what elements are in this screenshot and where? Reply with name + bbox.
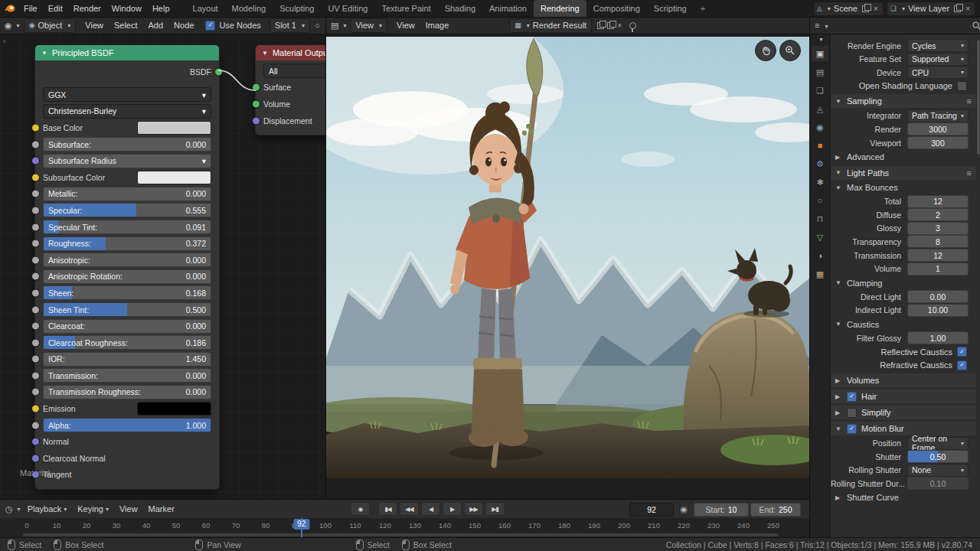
image-menu-view[interactable]: View bbox=[391, 17, 420, 34]
node-slider-roughness[interactable]: Roughness:0.372 bbox=[43, 236, 211, 251]
view-layer-selector[interactable]: ❏ ▾ View Layer × bbox=[887, 2, 975, 16]
shader-mode-dropdown[interactable]: ◉ Object ▾ bbox=[24, 18, 77, 33]
value-socket[interactable] bbox=[31, 421, 40, 429]
subpanel-header-caustics[interactable]: ▼Caustics bbox=[835, 318, 976, 331]
timeline-editor-type-icon[interactable]: ◷ bbox=[5, 504, 13, 514]
panel-arrow-icon[interactable]: ▼ bbox=[835, 184, 842, 191]
node-slider-clearcoat-roughness[interactable]: Clearcoat Roughness:0.186 bbox=[43, 335, 211, 350]
node-slider-subsurface[interactable]: Subsurface:0.000 bbox=[43, 137, 211, 152]
value-socket[interactable] bbox=[31, 206, 40, 214]
panel-arrow-icon[interactable]: ▶ bbox=[835, 409, 842, 416]
checkbox[interactable]: ✓ bbox=[847, 392, 857, 402]
properties-editor-type-icon[interactable]: ≡ bbox=[815, 21, 819, 30]
collapse-triangle-icon[interactable]: ▼ bbox=[41, 50, 47, 57]
open-image-button[interactable] bbox=[607, 22, 614, 29]
panel-arrow-icon[interactable]: ▶ bbox=[835, 154, 842, 161]
value-socket[interactable] bbox=[31, 256, 40, 264]
value-socket[interactable] bbox=[31, 305, 40, 314]
color-socket[interactable] bbox=[31, 405, 40, 413]
principled-node-header[interactable]: ▼ Principled BSDF bbox=[35, 45, 219, 60]
target-dropdown[interactable]: All bbox=[263, 64, 325, 78]
prop-field-volume[interactable]: 1 bbox=[907, 262, 969, 276]
prop-field-filter-glossy[interactable]: 1.00 bbox=[907, 331, 969, 344]
prop-field-diffuse[interactable]: 2 bbox=[907, 208, 969, 221]
region-toggle-icon[interactable]: ‹ bbox=[3, 37, 5, 45]
unlink-image-button[interactable]: × bbox=[616, 21, 623, 30]
next-keyframe-button[interactable]: ▶▶ bbox=[464, 502, 483, 516]
subpanel-header-advanced[interactable]: ▶Advanced bbox=[835, 151, 976, 164]
play-button[interactable]: ▶ bbox=[443, 502, 462, 516]
value-socket[interactable] bbox=[31, 272, 40, 281]
particles-tab[interactable]: ✱ bbox=[812, 174, 828, 190]
frame-start-field[interactable]: Start: 10 bbox=[694, 503, 749, 517]
prop-field-transparency[interactable]: 8 bbox=[907, 235, 969, 248]
workspace-tab-rendering[interactable]: Rendering bbox=[534, 0, 586, 17]
object-data-tab[interactable]: ▽ bbox=[812, 230, 828, 245]
vector-socket[interactable] bbox=[31, 157, 40, 165]
subpanel-header-clamping[interactable]: ▼Clamping bbox=[835, 276, 976, 289]
prop-field-direct-light[interactable]: 0.00 bbox=[907, 290, 969, 303]
view-layer-tab[interactable]: ❏ bbox=[812, 83, 828, 98]
material-output-header[interactable]: ▼ Material Output bbox=[256, 45, 325, 60]
color-socket[interactable] bbox=[31, 123, 40, 132]
scene-tab[interactable]: ◬ bbox=[812, 101, 828, 116]
use-nodes-toggle[interactable]: ✓ Use Nodes bbox=[205, 21, 260, 31]
menu-render[interactable]: Render bbox=[68, 0, 106, 17]
new-scene-button[interactable] bbox=[862, 5, 869, 12]
node-slider-anisotropic-rotation[interactable]: Anisotropic Rotation:0.000 bbox=[43, 269, 211, 284]
preset-menu-icon[interactable]: ≡ bbox=[967, 168, 972, 178]
new-view-layer-button[interactable] bbox=[954, 5, 961, 12]
subpanel-header-max-bounces[interactable]: ▼Max Bounces bbox=[835, 181, 976, 194]
constraints-tab[interactable]: ⊓ bbox=[812, 211, 828, 227]
subpanel-header-shutter-curve[interactable]: ▶Shutter Curve bbox=[835, 491, 976, 504]
scrollbar[interactable] bbox=[977, 40, 980, 155]
prop-field-render[interactable]: 3000 bbox=[907, 122, 969, 135]
prop-field-viewport[interactable]: 300 bbox=[907, 136, 969, 149]
panel-arrow-icon[interactable]: ▶ bbox=[835, 393, 842, 400]
physics-tab[interactable]: ○ bbox=[812, 193, 828, 208]
jump-start-button[interactable]: ▮◀ bbox=[378, 502, 397, 516]
shader-menu-select[interactable]: Select bbox=[109, 17, 143, 34]
workspace-tab-layout[interactable]: Layout bbox=[186, 0, 225, 17]
vector-socket[interactable] bbox=[31, 471, 40, 479]
render-tab[interactable]: ▣ bbox=[812, 46, 828, 61]
node-slider-clearcoat[interactable]: Clearcoat:0.000 bbox=[43, 319, 211, 334]
panel-arrow-icon[interactable]: ▼ bbox=[835, 321, 842, 328]
panel-arrow-icon[interactable]: ▼ bbox=[835, 425, 842, 432]
subsurface-method-dropdown[interactable]: Christensen-Burley ▾ bbox=[43, 104, 211, 119]
timeline-scrollbar[interactable] bbox=[23, 533, 779, 536]
modifiers-tab[interactable]: ⚙ bbox=[812, 156, 828, 171]
checkbox[interactable] bbox=[957, 81, 967, 91]
value-socket[interactable] bbox=[31, 190, 40, 198]
image-editor[interactable] bbox=[325, 34, 810, 499]
timeline-menu-keying[interactable]: Keying▾ bbox=[72, 500, 114, 518]
node-slider-metallic[interactable]: Metallic:0.000 bbox=[43, 187, 211, 201]
current-frame-field[interactable]: 92 bbox=[629, 503, 674, 517]
image-mode-dropdown[interactable]: View ▾ bbox=[350, 18, 387, 33]
workspace-tab-shading[interactable]: Shading bbox=[438, 0, 482, 17]
value-socket[interactable] bbox=[31, 355, 40, 364]
node-slider-specular[interactable]: Specular:0.555 bbox=[43, 203, 211, 217]
value-socket[interactable] bbox=[31, 240, 40, 248]
workspace-tab-sculpting[interactable]: Sculpting bbox=[273, 0, 321, 17]
prop-dropdown-render-engine[interactable]: Cycles▾ bbox=[907, 39, 969, 52]
value-socket[interactable] bbox=[31, 371, 40, 380]
distribution-dropdown[interactable]: GGX ▾ bbox=[43, 87, 211, 102]
principled-bsdf-node[interactable]: ▼ Principled BSDF BSDF GGX ▾ Chris bbox=[34, 44, 220, 490]
color-swatch-emission[interactable] bbox=[137, 402, 211, 416]
prop-dropdown-position[interactable]: Center on Frame▾ bbox=[907, 437, 969, 450]
value-socket[interactable] bbox=[31, 289, 40, 297]
workspace-tab-texture-paint[interactable]: Texture Paint bbox=[374, 0, 437, 17]
object-tab[interactable]: ■ bbox=[812, 138, 828, 153]
shader-node-editor[interactable]: ‹ ▼ Principled BSDF BSDF GGX ▾ bbox=[0, 34, 325, 499]
bsdf-output-socket[interactable] bbox=[214, 68, 223, 77]
slot-dropdown[interactable]: Slot 1 ▾ bbox=[270, 18, 310, 33]
play-reverse-button[interactable]: ◀ bbox=[421, 502, 440, 516]
panel-arrow-icon[interactable]: ▶ bbox=[835, 377, 842, 384]
chevron-down-icon[interactable]: ▾ bbox=[819, 36, 822, 43]
panel-arrow-icon[interactable]: ▼ bbox=[835, 98, 842, 105]
timeline-menu-marker[interactable]: Marker bbox=[143, 500, 180, 518]
remove-view-layer-button[interactable]: × bbox=[964, 5, 972, 13]
world-tab[interactable]: ◉ bbox=[812, 119, 828, 135]
color-socket[interactable] bbox=[31, 173, 40, 181]
